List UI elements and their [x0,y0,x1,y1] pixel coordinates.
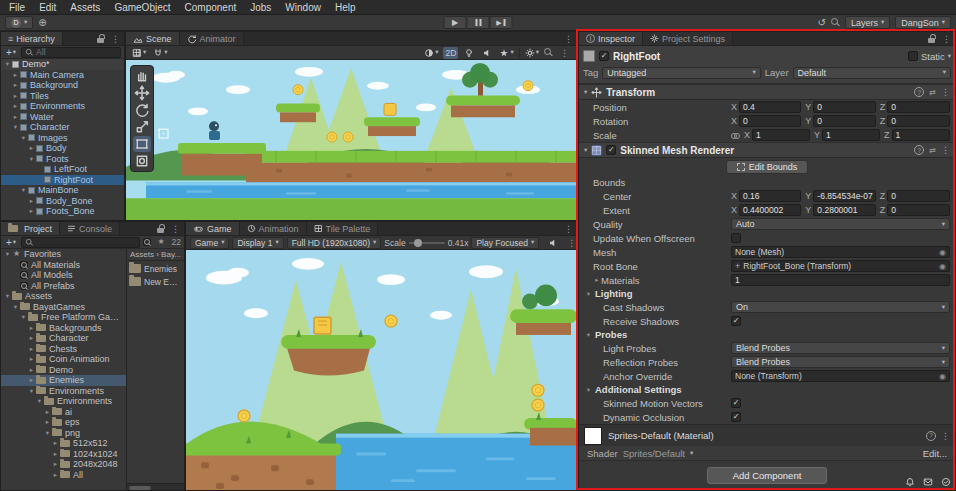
tab-project-settings[interactable]: Project Settings [643,32,733,45]
project-folder-backgrounds[interactable]: ▸Backgrounds [1,323,126,334]
play-button[interactable]: ▶ [444,16,467,29]
scale-x-field[interactable]: 1 [752,129,810,141]
scale-slider[interactable] [409,242,445,244]
hierarchy-item-mainbone[interactable]: ▾MainBone [1,185,124,196]
play-focused-dropdown[interactable]: Play Focused▾ [471,237,539,249]
scene-lighting-toggle[interactable] [461,47,476,59]
center-x-field[interactable]: 0.16 [739,190,801,202]
tree-collapsed-icon[interactable]: ▸ [11,71,20,79]
edit-bounds-button[interactable]: Edit Bounds [726,160,809,174]
breadcrumb[interactable]: Assets › Bay... [127,249,184,261]
layout-dropdown[interactable]: DangSon ▾ [895,16,951,29]
message-icon[interactable] [923,477,933,489]
object-picker-icon[interactable]: ◉ [939,262,946,271]
game-viewport[interactable] [186,250,577,490]
rotation-z-field[interactable]: 0 [887,115,950,127]
presets-icon[interactable]: ⇄ [929,88,936,97]
project-folder-all-materials[interactable]: All Materials [1,260,126,271]
tree-expanded-icon[interactable]: ▾ [11,303,20,311]
project-folder-demo[interactable]: ▸Demo [1,365,126,376]
create-button[interactable]: +▾ [4,47,18,58]
shader-edit-button[interactable]: Edit... [923,448,947,459]
light-probes-dropdown[interactable]: Blend Probes▾ [731,342,950,354]
hierarchy-item-environments[interactable]: ▸Environments [1,101,124,112]
chevron-down-icon[interactable]: ▾ [690,450,693,457]
tree-expanded-icon[interactable]: ▾ [3,250,12,258]
create-asset-button[interactable]: +▾ [4,237,18,248]
layer-dropdown[interactable]: Default▾ [793,67,951,79]
panel-menu-icon[interactable]: ⋮ [107,32,124,45]
tree-collapsed-icon[interactable]: ▸ [51,439,60,447]
lock-icon[interactable] [928,34,936,43]
extent-z-field[interactable]: 0 [887,204,950,216]
scrollbar-thumb[interactable] [129,486,151,490]
project-asset-enemies[interactable]: Enemies [127,262,184,275]
rotation-y-field[interactable]: 0 [813,115,875,127]
project-folder-png[interactable]: ▾png [1,428,126,439]
component-menu-icon[interactable]: ⋮ [941,87,950,97]
section-lighting[interactable]: ▾Lighting [579,287,955,300]
panel-menu-icon[interactable]: ⋮ [167,222,184,235]
project-asset-new-ene[interactable]: New Ene... [127,275,184,288]
hierarchy-item-body[interactable]: ▸Body [1,143,124,154]
lock-icon[interactable] [97,34,105,43]
tree-expanded-icon[interactable]: ▾ [3,292,12,300]
target-icon[interactable]: ⊕ [38,17,46,28]
slider-knob[interactable] [414,239,422,247]
component-menu-icon[interactable]: ⋮ [941,145,950,155]
skinned-mesh-renderer-header[interactable]: ▾ Skinned Mesh Renderer ?⇄⋮ [579,142,955,158]
object-picker-icon[interactable]: ◉ [939,372,946,381]
tree-collapsed-icon[interactable]: ▸ [27,334,36,342]
tab-project[interactable]: Project [1,222,60,235]
notifications-bell-icon[interactable] [905,477,915,489]
scale-tool-button[interactable] [133,119,151,135]
anchor-override-object-field[interactable]: None (Transform)◉ [731,370,950,382]
shader-value[interactable]: Sprites/Default [623,448,685,459]
mesh-object-field[interactable]: None (Mesh)◉ [731,246,950,258]
menu-item-edit[interactable]: Edit [32,0,63,14]
hierarchy-item-background[interactable]: ▸Background [1,80,124,91]
tab-animator[interactable]: Animator [180,32,244,45]
help-icon[interactable]: ? [926,431,936,441]
tree-collapsed-icon[interactable]: ▸ [11,102,20,110]
tree-collapsed-icon[interactable]: ▸ [27,376,36,384]
project-search[interactable] [21,237,139,248]
hierarchy-search-input[interactable] [36,47,117,57]
project-folder-character[interactable]: ▸Character [1,333,126,344]
tree-collapsed-icon[interactable]: ▸ [11,81,20,89]
tree-collapsed-icon[interactable]: ▸ [11,113,20,121]
project-folder-enemies[interactable]: ▸Enemies [1,375,126,386]
display-target-dropdown[interactable]: Display 1▾ [232,237,283,249]
gizmos-dropdown[interactable]: ▾ [523,47,541,59]
tree-collapsed-icon[interactable]: ▸ [43,408,52,416]
gameobject-name[interactable]: RightFoot [613,51,904,62]
static-checkbox[interactable] [908,51,918,61]
favorites-filter-icon[interactable] [157,238,166,246]
tab-inspector[interactable]: i Inspector [579,32,643,45]
view-tool-button[interactable] [133,68,151,84]
panel-menu-icon[interactable]: ⋮ [560,32,577,45]
update-when-offscreen-checkbox[interactable] [731,233,741,243]
reflection-probes-dropdown[interactable]: Blend Probes▾ [731,356,950,368]
scale-y-field[interactable]: 1 [822,129,880,141]
rotate-tool-button[interactable] [133,102,151,118]
material-header[interactable]: Sprites-Default (Material) ?⋮ [579,424,955,446]
hierarchy-item-body-bone[interactable]: ▸Body_Bone [1,196,124,207]
tree-collapsed-icon[interactable]: ▸ [27,355,36,363]
tree-expanded-icon[interactable]: ▾ [19,134,28,142]
hierarchy-item-rightfoot[interactable]: RightFoot [1,175,124,186]
tree-collapsed-icon[interactable]: ▸ [51,471,60,479]
center-y-field[interactable]: -6.854534e-07 [813,190,875,202]
hierarchy-item-foots[interactable]: ▾Foots [1,154,124,165]
active-checkbox[interactable] [599,51,609,61]
position-y-field[interactable]: 0 [813,101,875,113]
project-folder-2048x2048[interactable]: ▸2048x2048 [1,459,126,470]
scene-viewport[interactable] [126,60,577,220]
position-x-field[interactable]: 0.4 [739,101,801,113]
project-folder-all-models[interactable]: All Models [1,270,126,281]
tree-collapsed-icon[interactable]: ▸ [51,450,60,458]
search-icon[interactable] [831,18,840,27]
center-z-field[interactable]: 0 [887,190,950,202]
tree-expanded-icon[interactable]: ▾ [3,60,12,68]
layers-dropdown[interactable]: Layers ▾ [845,16,890,29]
